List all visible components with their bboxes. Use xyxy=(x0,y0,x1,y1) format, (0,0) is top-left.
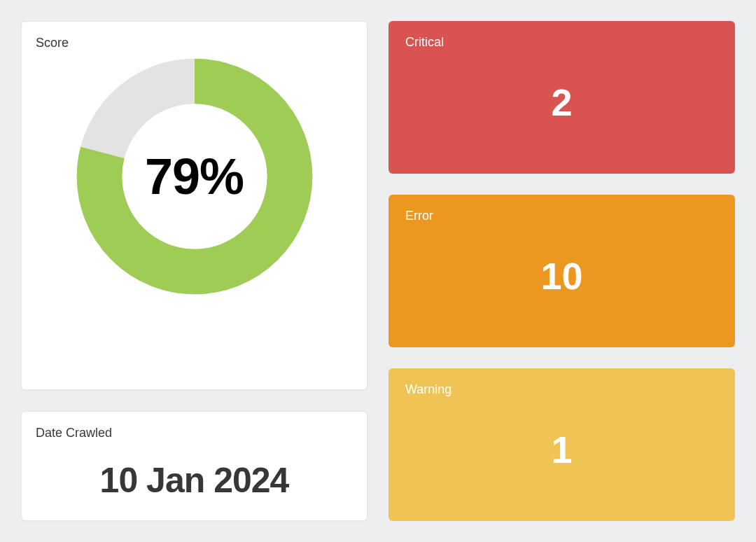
date-crawled-value: 10 Jan 2024 xyxy=(36,460,353,501)
warning-card[interactable]: Warning 1 xyxy=(388,368,735,521)
critical-value: 2 xyxy=(405,50,718,154)
critical-card[interactable]: Critical 2 xyxy=(388,21,735,174)
warning-value: 1 xyxy=(405,397,718,501)
date-crawled-title: Date Crawled xyxy=(36,426,353,440)
error-title: Error xyxy=(405,209,718,223)
error-card[interactable]: Error 10 xyxy=(388,195,735,347)
score-value: 79% xyxy=(145,148,244,205)
date-crawled-card: Date Crawled 10 Jan 2024 xyxy=(21,411,368,521)
left-column: Score 79% Date Crawled 10 Jan 2024 xyxy=(21,21,368,521)
score-card-title: Score xyxy=(36,36,353,50)
error-value: 10 xyxy=(405,223,718,328)
critical-title: Critical xyxy=(405,35,718,50)
warning-title: Warning xyxy=(405,382,718,397)
score-card: Score 79% xyxy=(21,21,368,390)
dashboard-grid: Score 79% Date Crawled 10 Jan 2024 Criti… xyxy=(21,21,735,521)
right-column: Critical 2 Error 10 Warning 1 xyxy=(388,21,735,521)
score-donut-chart: 79% xyxy=(36,57,353,296)
